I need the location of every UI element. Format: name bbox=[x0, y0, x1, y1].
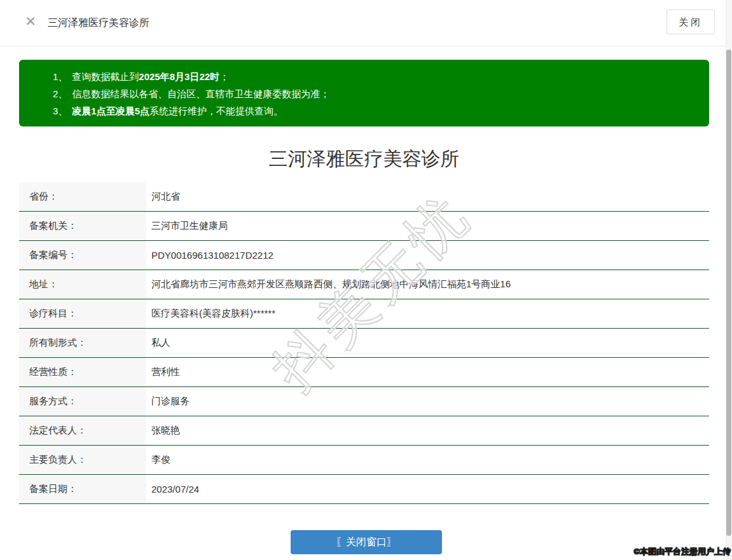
table-row: 备案日期： 2023/07/24 bbox=[19, 475, 709, 504]
notice-text-bold: 凌晨1点至凌晨5点 bbox=[72, 106, 149, 116]
row-label: 经营性质： bbox=[19, 358, 146, 386]
row-value: 河北省廊坊市三河市燕郊开发区燕顺路西侧、规划路北侧地中海风情汇福苑1号商业16 bbox=[146, 270, 709, 299]
notice-number: 2、 bbox=[53, 88, 67, 99]
row-value: 私人 bbox=[146, 329, 709, 357]
row-value: 营利性 bbox=[146, 358, 709, 386]
table-row: 备案机关： 三河市卫生健康局 bbox=[19, 212, 709, 241]
table-row: 所有制形式： 私人 bbox=[19, 329, 709, 358]
notice-text: 信息数据结果以各省、自治区、直辖市卫生健康委数据为准； bbox=[72, 88, 329, 99]
table-row: 法定代表人： 张晓艳 bbox=[19, 416, 709, 446]
detail-table: 省份： 河北省 备案机关： 三河市卫生健康局 备案编号： PDY00169613… bbox=[19, 182, 709, 504]
notice-banner: 1、查询数据截止到2025年8月3日22时； 2、信息数据结果以各省、自治区、直… bbox=[19, 60, 709, 126]
notice-text: ； bbox=[219, 71, 229, 82]
table-row: 地址： 河北省廊坊市三河市燕郊开发区燕顺路西侧、规划路北侧地中海风情汇福苑1号商… bbox=[19, 270, 709, 299]
header-close-button[interactable]: 关闭 bbox=[666, 10, 715, 34]
close-x-icon[interactable]: ✕ bbox=[23, 14, 38, 29]
table-row: 服务方式： 门诊服务 bbox=[19, 387, 709, 416]
record-detail-modal: ✕ 三河泽雅医疗美容诊所 关闭 1、查询数据截止到2025年8月3日22时； 2… bbox=[0, 0, 732, 560]
scrollbar-track bbox=[726, 0, 732, 560]
notice-number: 1、 bbox=[53, 71, 67, 82]
row-value: 张晓艳 bbox=[146, 416, 709, 445]
row-label: 备案机关： bbox=[19, 212, 146, 240]
table-row: 主要负责人： 李俊 bbox=[19, 446, 709, 475]
table-row: 省份： 河北省 bbox=[19, 182, 709, 212]
notice-line: 1、查询数据截止到2025年8月3日22时； bbox=[53, 68, 696, 85]
header-bar: ✕ 三河泽雅医疗美容诊所 关闭 bbox=[0, 0, 732, 46]
row-value: PDY00169613108217D2212 bbox=[146, 241, 709, 270]
attribution-text: ©本图由平台注册用户上传 bbox=[633, 546, 731, 557]
row-value: 门诊服务 bbox=[146, 387, 709, 416]
row-label: 所有制形式： bbox=[19, 329, 146, 357]
row-label: 备案编号： bbox=[19, 241, 146, 270]
scrollbar-thumb[interactable] bbox=[726, 50, 731, 536]
row-value: 2023/07/24 bbox=[146, 475, 709, 503]
table-row: 经营性质： 营利性 bbox=[19, 358, 709, 387]
table-row: 诊疗科目： 医疗美容科(美容皮肤科)****** bbox=[19, 299, 709, 329]
row-value: 李俊 bbox=[146, 446, 709, 474]
notice-text-bold: 2025年8月3日22时 bbox=[139, 71, 219, 82]
row-label: 服务方式： bbox=[19, 387, 146, 416]
row-label: 主要负责人： bbox=[19, 446, 146, 474]
row-value: 河北省 bbox=[146, 182, 709, 211]
row-label: 备案日期： bbox=[19, 475, 146, 503]
header-title: 三河泽雅医疗美容诊所 bbox=[48, 17, 149, 30]
notice-line: 3、凌晨1点至凌晨5点系统进行维护，不能提供查询。 bbox=[53, 102, 696, 120]
row-label: 省份： bbox=[19, 182, 146, 211]
notice-number: 3、 bbox=[53, 106, 67, 116]
row-value: 三河市卫生健康局 bbox=[146, 212, 709, 240]
notice-text: 查询数据截止到 bbox=[72, 71, 139, 82]
close-window-button[interactable]: 〖关闭窗口〗 bbox=[291, 530, 442, 554]
notice-text: 系统进行维护，不能提供查询。 bbox=[149, 106, 283, 116]
row-label: 诊疗科目： bbox=[19, 299, 146, 328]
page-title: 三河泽雅医疗美容诊所 bbox=[19, 146, 709, 172]
row-value: 医疗美容科(美容皮肤科)****** bbox=[146, 299, 709, 328]
table-row: 备案编号： PDY00169613108217D2212 bbox=[19, 241, 709, 270]
notice-line: 2、信息数据结果以各省、自治区、直辖市卫生健康委数据为准； bbox=[53, 85, 696, 102]
row-label: 地址： bbox=[19, 270, 146, 299]
row-label: 法定代表人： bbox=[19, 416, 146, 445]
